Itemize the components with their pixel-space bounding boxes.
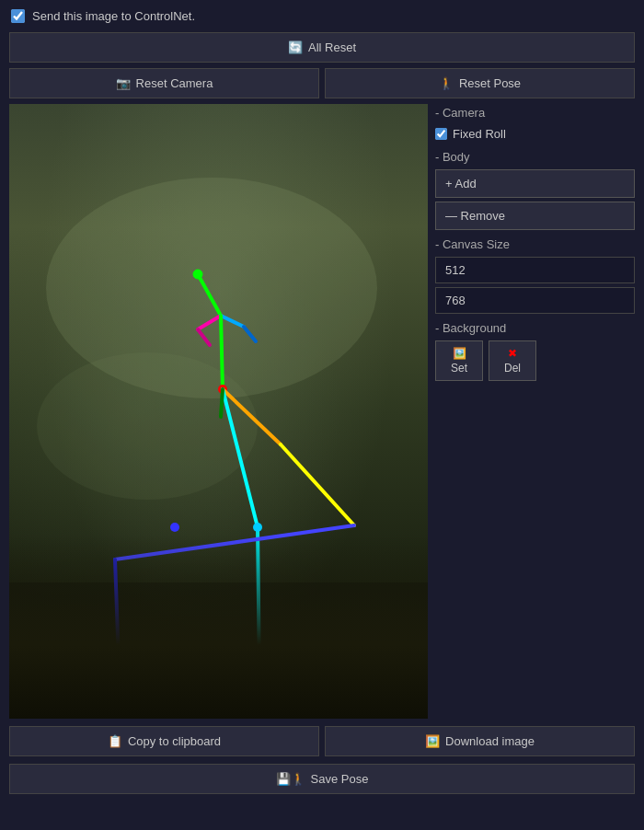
svg-line-9 [221,316,223,389]
remove-button[interactable]: — Remove [435,202,635,230]
reset-pose-label: Reset Pose [459,76,521,90]
canvas-width-input[interactable] [435,257,635,283]
save-pose-label: Save Pose [311,772,369,786]
camera-label: - Camera [435,104,635,121]
canvas-height-input[interactable] [435,287,635,314]
reset-pose-button[interactable]: 🚶 Reset Pose [325,68,635,98]
svg-line-18 [221,389,223,417]
save-pose-row: 💾🚶 Save Pose [0,760,644,801]
all-reset-row: 🔄 All Reset [0,32,644,68]
camera-section: - Camera Fixed Roll [435,104,635,143]
set-background-button[interactable]: 🖼️ Set [435,340,483,381]
body-section: - Body + Add — Remove [435,148,635,230]
del-bg-label: Del [504,362,521,375]
add-label: + Add [445,177,477,190]
fixed-roll-label: Fixed Roll [453,127,506,141]
del-bg-icon: ✖ [508,347,517,360]
del-background-button[interactable]: ✖ Del [489,340,536,381]
reset-camera-button[interactable]: 📷 Reset Camera [9,68,319,98]
send-to-controlnet-row: Send this image to ControlNet. [0,0,644,32]
copy-label: Copy to clipboard [128,734,221,748]
send-to-controlnet-label: Send this image to ControlNet. [32,9,195,23]
background-label: - Background [435,319,635,337]
download-label: Download image [445,734,535,748]
body-label: - Body [435,148,635,166]
add-button[interactable]: + Add [435,169,635,198]
svg-line-17 [115,559,120,688]
stick-figure-svg [9,104,428,719]
svg-point-1 [37,352,258,500]
reset-pose-icon: 🚶 [439,76,454,90]
background-button-row: 🖼️ Set ✖ Del [435,340,635,381]
bottom-buttons-row: 📋 Copy to clipboard 🖼️ Download image [0,719,644,760]
reset-camera-icon: 📷 [116,76,131,90]
svg-line-16 [115,525,354,559]
fixed-roll-checkbox[interactable] [435,128,447,140]
save-pose-icon: 💾🚶 [276,772,305,786]
svg-line-14 [258,527,259,679]
download-image-button[interactable]: 🖼️ Download image [325,726,635,756]
copy-icon: 📋 [108,734,122,748]
svg-rect-2 [9,582,428,719]
svg-line-12 [281,444,354,525]
send-to-controlnet-checkbox[interactable] [11,9,25,23]
remove-label: — Remove [445,209,505,223]
set-bg-icon: 🖼️ [453,347,466,360]
svg-line-15 [239,679,259,719]
save-pose-button[interactable]: 💾🚶 Save Pose [9,764,635,794]
svg-point-20 [170,523,179,532]
canvas-area[interactable] [9,104,428,719]
canvas-size-label: - Canvas Size [435,236,635,253]
canvas-size-section: - Canvas Size [435,236,635,314]
svg-point-19 [253,523,262,532]
reset-camera-label: Reset Camera [136,76,213,90]
right-panel: - Camera Fixed Roll - Body + Add — Remov… [435,104,635,719]
canvas-background [9,104,428,719]
all-reset-button[interactable]: 🔄 All Reset [9,32,635,63]
set-bg-label: Set [451,362,467,375]
background-section: - Background 🖼️ Set ✖ Del [435,319,635,381]
all-reset-label: All Reset [308,40,356,54]
download-icon: 🖼️ [425,734,440,748]
camera-pose-reset-row: 📷 Reset Camera 🚶 Reset Pose [0,68,644,104]
all-reset-icon: 🔄 [288,40,303,54]
copy-to-clipboard-button[interactable]: 📋 Copy to clipboard [9,726,319,756]
main-area: - Camera Fixed Roll - Body + Add — Remov… [0,104,644,719]
fixed-roll-row: Fixed Roll [435,125,635,143]
